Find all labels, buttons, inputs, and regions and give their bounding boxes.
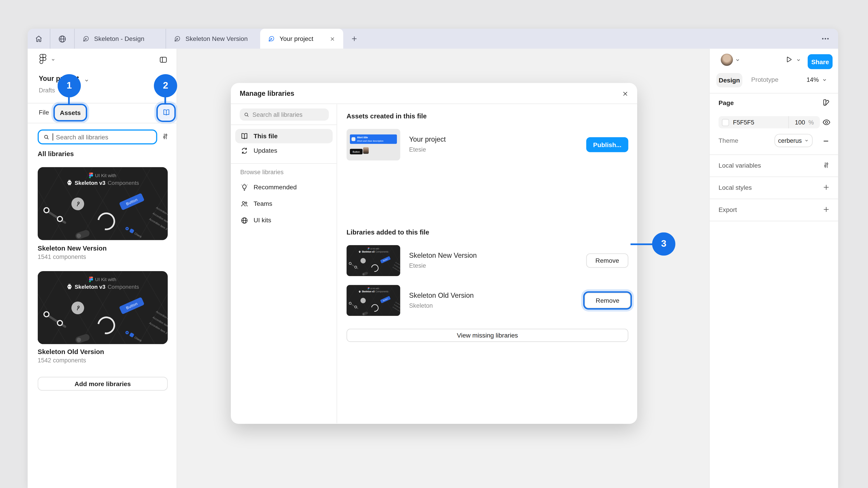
present-button[interactable] bbox=[784, 55, 793, 64]
tab-label: Skeleton - Design bbox=[94, 35, 144, 42]
browse-libraries-heading: Browse libraries bbox=[240, 169, 284, 175]
library-card-title[interactable]: Skeleton Old Version bbox=[38, 348, 104, 356]
divider bbox=[28, 103, 177, 103]
thumb-accordion: Accordion item 1Accordion item 2Accordio… bbox=[147, 205, 168, 233]
nav-updates[interactable]: Updates bbox=[235, 143, 333, 158]
filter-sort-button[interactable] bbox=[161, 132, 169, 140]
present-options-chevron[interactable] bbox=[796, 58, 801, 63]
chevron-down-icon bbox=[804, 138, 809, 143]
project-location-label[interactable]: Drafts bbox=[39, 87, 55, 93]
thumb-accordion: Accordion item 1Accordion item 2Accordio… bbox=[147, 310, 168, 337]
search-input[interactable] bbox=[56, 133, 152, 140]
community-button[interactable] bbox=[51, 29, 74, 48]
nav-teams[interactable]: Teams bbox=[235, 196, 333, 211]
user-avatar[interactable] bbox=[721, 54, 733, 66]
libraries-added-heading: Libraries added to this file bbox=[346, 228, 429, 236]
theme-dropdown[interactable]: cerberus bbox=[774, 134, 813, 147]
remove-theme-button[interactable] bbox=[822, 137, 830, 145]
nav-label: Teams bbox=[254, 200, 272, 207]
library-row-thumbnail: UI Kit with Skeleton v3Components Button… bbox=[346, 285, 400, 316]
library-row-owner: Etesie bbox=[409, 262, 426, 269]
eye-icon bbox=[822, 118, 831, 127]
plus-icon bbox=[350, 35, 358, 42]
fill-hex-value[interactable]: F5F5F5 bbox=[733, 119, 788, 126]
modal-search-input[interactable] bbox=[252, 111, 325, 118]
window-menu-button[interactable] bbox=[813, 29, 838, 48]
library-card-thumbnail[interactable]: UI Kit with Skeleton v3 Components Butto… bbox=[38, 271, 168, 344]
opacity-value[interactable]: 100 bbox=[795, 119, 805, 126]
thumb-line2-rest: Components bbox=[107, 180, 139, 186]
page-fill-row[interactable]: F5F5F5 100% bbox=[719, 116, 820, 128]
tab-assets[interactable]: Assets bbox=[55, 105, 86, 120]
project-owner: Etesie bbox=[409, 146, 426, 153]
modal-search-field[interactable] bbox=[240, 108, 329, 121]
thumb-toggle bbox=[74, 229, 90, 240]
tab-file[interactable]: File bbox=[39, 109, 49, 116]
theme-value: cerberus bbox=[778, 137, 802, 144]
view-missing-libraries-button[interactable]: View missing libraries bbox=[346, 329, 628, 342]
zoom-level[interactable]: 14% bbox=[807, 76, 819, 83]
sidebar-panel-icon bbox=[159, 55, 168, 64]
library-card-title[interactable]: Skeleton New Version bbox=[38, 245, 107, 252]
add-export-button[interactable] bbox=[822, 205, 831, 214]
page-styles-button[interactable] bbox=[822, 98, 831, 107]
avatar-chevron[interactable] bbox=[735, 58, 740, 63]
main-menu-button[interactable] bbox=[39, 53, 55, 66]
tab-design[interactable]: Design bbox=[716, 73, 742, 88]
new-tab-button[interactable] bbox=[343, 29, 365, 48]
refresh-icon bbox=[240, 147, 249, 155]
project-name: Your project bbox=[409, 135, 446, 143]
theme-label: Theme bbox=[719, 137, 739, 144]
figma-app: Skeleton - Design Skeleton New Version Y… bbox=[0, 0, 868, 488]
share-button[interactable]: Share bbox=[808, 54, 833, 69]
add-style-button[interactable] bbox=[822, 183, 831, 192]
thumb-line2-bold: Skeleton v3 bbox=[74, 180, 105, 186]
tab-prototype[interactable]: Prototype bbox=[751, 76, 778, 83]
search-libraries-field[interactable] bbox=[38, 129, 157, 144]
local-variables-button[interactable] bbox=[822, 161, 831, 169]
add-more-libraries-button[interactable]: Add more libraries bbox=[38, 377, 168, 391]
design-file-icon bbox=[268, 35, 275, 42]
nav-label: UI kits bbox=[254, 217, 271, 223]
book-icon bbox=[240, 132, 249, 140]
nav-ui-kits[interactable]: UI kits bbox=[235, 213, 333, 228]
zoom-chevron[interactable] bbox=[822, 77, 827, 83]
tab-your-project[interactable]: Your project bbox=[260, 29, 343, 48]
divider bbox=[710, 154, 838, 155]
nav-label: Recommended bbox=[254, 184, 297, 190]
tab-skeleton-new-version[interactable]: Skeleton New Version bbox=[166, 29, 260, 48]
remove-library-button[interactable]: Remove bbox=[586, 254, 628, 268]
canvas-area[interactable]: Manage libraries bbox=[177, 49, 709, 488]
chevron-down-icon bbox=[822, 77, 827, 83]
home-button[interactable] bbox=[28, 29, 50, 48]
publish-button[interactable]: Publish... bbox=[586, 137, 628, 152]
library-row-thumbnail: UI Kit with Skeleton v3Components Button… bbox=[346, 245, 400, 276]
globe-icon bbox=[58, 34, 67, 43]
tab-skeleton-design[interactable]: Skeleton - Design bbox=[75, 29, 166, 48]
remove-library-button-highlighted[interactable]: Remove bbox=[585, 293, 630, 308]
file-name-chevron[interactable] bbox=[84, 78, 89, 83]
tab-bar: Skeleton - Design Skeleton New Version Y… bbox=[28, 29, 838, 48]
library-card-thumbnail[interactable]: UI Kit with Skeleton v3 Components Butto… bbox=[38, 167, 168, 240]
people-icon bbox=[240, 199, 249, 208]
modal-close-button[interactable] bbox=[619, 88, 630, 99]
toggle-sidebar-button[interactable] bbox=[159, 55, 168, 64]
thumb-header: UI Kit with Skeleton v3 Components bbox=[38, 276, 168, 290]
search-icon bbox=[43, 133, 50, 140]
fill-visibility-button[interactable] bbox=[822, 118, 831, 127]
local-styles-label: Local styles bbox=[719, 184, 752, 191]
thumb-header: UI Kit with Skeleton v3 Components bbox=[38, 173, 168, 186]
thumb-checkbox: Check bbox=[125, 225, 143, 238]
libraries-button[interactable] bbox=[158, 105, 174, 121]
fill-opacity[interactable]: 100% bbox=[788, 116, 820, 128]
nav-recommended[interactable]: Recommended bbox=[235, 180, 333, 194]
thumb-line2-bold: Skeleton v3 bbox=[74, 284, 105, 290]
close-tab-button[interactable] bbox=[329, 36, 336, 42]
color-swatch[interactable] bbox=[722, 119, 729, 126]
nav-this-file[interactable]: This file bbox=[235, 129, 333, 143]
thumb-spinner bbox=[94, 209, 119, 234]
skeleton-thumbnail: UI Kit with Skeleton v3 Components Butto… bbox=[38, 271, 168, 344]
modal-nav-panel: This file Updates Browse libraries Recom… bbox=[231, 104, 337, 423]
modal-header: Manage libraries bbox=[231, 83, 637, 104]
plus-icon bbox=[822, 205, 831, 214]
